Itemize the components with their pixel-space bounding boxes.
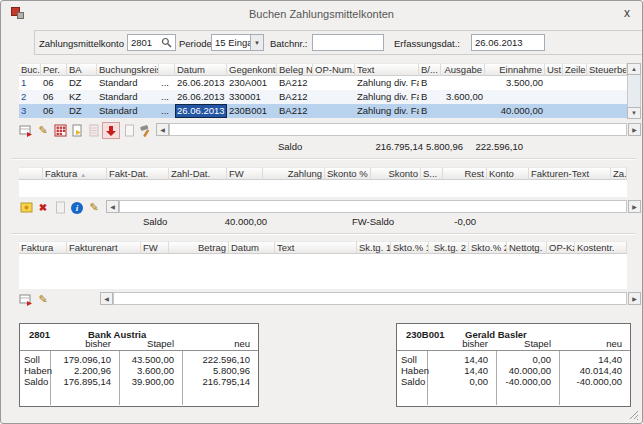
page-export-button[interactable] bbox=[68, 122, 86, 139]
attach-button[interactable] bbox=[17, 199, 35, 216]
column-header[interactable]: Betrag bbox=[169, 241, 229, 254]
column-header[interactable]: Ausgabe bbox=[441, 63, 485, 76]
column-header[interactable]: Fakturen-Text bbox=[529, 167, 611, 180]
column-header[interactable]: FW bbox=[227, 167, 263, 180]
column-header[interactable]: Ust bbox=[545, 63, 563, 76]
column-header[interactable]: Zeile bbox=[563, 63, 587, 76]
cell: BA212 bbox=[277, 104, 313, 118]
page-copy-button[interactable] bbox=[51, 199, 69, 216]
column-header[interactable]: Text bbox=[355, 63, 419, 76]
selected-date-cell[interactable]: 26.06.2013 bbox=[175, 104, 227, 118]
column-header[interactable]: OP-Kz. bbox=[547, 241, 575, 254]
column-header[interactable]: Datum bbox=[175, 63, 227, 76]
column-header[interactable]: Gegenkonto bbox=[227, 63, 277, 76]
hscroll-left-icon[interactable]: ◀ bbox=[156, 123, 169, 136]
hscroll-track[interactable] bbox=[119, 200, 627, 213]
column-header[interactable]: Skonto bbox=[371, 167, 421, 180]
edit-button[interactable]: ✎ bbox=[34, 122, 52, 139]
konto-field[interactable]: 2801 bbox=[127, 34, 176, 51]
column-header[interactable]: Text bbox=[275, 241, 357, 254]
post-button[interactable] bbox=[102, 122, 120, 139]
column-header[interactable]: Skonto % bbox=[325, 167, 371, 180]
column-header[interactable]: Steuerbetr bbox=[587, 63, 627, 76]
hscroll-right-icon[interactable]: ▶ bbox=[628, 200, 641, 213]
cell: Standard bbox=[97, 76, 159, 90]
page-copy-icon bbox=[54, 201, 67, 214]
column-header[interactable]: Faktura bbox=[19, 241, 67, 254]
column-header[interactable]: Fakturenart bbox=[67, 241, 141, 254]
hscroll-right-icon[interactable]: ▶ bbox=[628, 292, 641, 305]
column-header[interactable]: Buchungskreis bbox=[97, 63, 159, 76]
cell: 3.600,00 bbox=[441, 90, 485, 104]
column-header[interactable]: Konto bbox=[487, 167, 529, 180]
tools-button[interactable] bbox=[137, 122, 155, 139]
column-header[interactable]: BA bbox=[67, 63, 97, 76]
bookings-vscroll[interactable]: ▲ ▼ bbox=[627, 63, 641, 119]
column-header[interactable]: Kostentr. bbox=[575, 241, 627, 254]
column-header[interactable]: Beleg Nr. bbox=[277, 63, 313, 76]
row-insert-button[interactable] bbox=[17, 122, 35, 139]
delete-button[interactable]: ✖ bbox=[34, 199, 52, 216]
resize-grip[interactable] bbox=[627, 408, 639, 420]
close-button[interactable]: x bbox=[624, 6, 630, 20]
column-header[interactable]: B/... bbox=[419, 63, 441, 76]
account-col-headers: bisherStapelneu bbox=[397, 338, 630, 349]
cell bbox=[545, 104, 563, 118]
hscroll-right-icon[interactable]: ▶ bbox=[628, 123, 641, 136]
column-header[interactable]: Faktura▲ bbox=[43, 167, 107, 180]
konto-value: 2801 bbox=[131, 37, 161, 48]
column-header[interactable]: Skto.% 1 bbox=[391, 241, 429, 254]
booking-row-1[interactable]: 106DZStandard...26.06.2013230A001BA212Za… bbox=[19, 76, 627, 90]
column-header[interactable]: Buc... bbox=[19, 63, 41, 76]
booking-row-3-selected[interactable]: 306DZStandard...26.06.2013230B001BA212Za… bbox=[19, 104, 627, 118]
column-header[interactable]: FW bbox=[141, 241, 169, 254]
scroll-down-icon[interactable]: ▼ bbox=[627, 107, 641, 119]
cell bbox=[563, 76, 587, 90]
column-header[interactable]: Fakt-Dat. bbox=[107, 167, 169, 180]
erfassung-field[interactable]: 26.06.2013 bbox=[471, 34, 545, 51]
column-header[interactable]: Datum bbox=[229, 241, 275, 254]
column-header[interactable]: Skto.% 2 bbox=[469, 241, 507, 254]
blank-page-button[interactable] bbox=[120, 122, 138, 139]
cell bbox=[587, 104, 627, 118]
edit-button[interactable]: ✎ bbox=[34, 291, 52, 308]
column-header[interactable]: S... bbox=[421, 167, 443, 180]
scroll-up-icon[interactable]: ▲ bbox=[627, 63, 641, 75]
column-header[interactable]: Nettotg. bbox=[507, 241, 547, 254]
column-header[interactable]: Einnahme bbox=[485, 63, 545, 76]
hscroll-left-icon[interactable]: ◀ bbox=[106, 200, 119, 213]
page-copy-button[interactable] bbox=[85, 122, 103, 139]
cell bbox=[545, 90, 563, 104]
col-neu: neu bbox=[182, 338, 258, 349]
ausgabe-total: 5.800,96 bbox=[403, 141, 463, 152]
search-icon[interactable] bbox=[161, 37, 172, 48]
column-header[interactable]: Zahlung bbox=[263, 167, 325, 180]
column-header[interactable] bbox=[159, 63, 175, 76]
column-header[interactable]: Zahl-Dat. bbox=[169, 167, 227, 180]
hscroll-track[interactable] bbox=[113, 292, 627, 305]
hscroll-left-icon[interactable]: ◀ bbox=[100, 292, 113, 305]
cell bbox=[485, 90, 545, 104]
hscroll-track[interactable] bbox=[169, 123, 627, 136]
row-insert-button[interactable] bbox=[17, 291, 35, 308]
cell: Standard bbox=[97, 104, 159, 118]
column-header[interactable]: Rest bbox=[443, 167, 487, 180]
booking-row-2[interactable]: 206KZStandard...26.06.2013330001BA212Zah… bbox=[19, 90, 627, 104]
calculator-button[interactable] bbox=[51, 122, 69, 139]
info-button[interactable]: i bbox=[68, 199, 86, 216]
batch-field[interactable] bbox=[312, 34, 384, 51]
chevron-down-icon[interactable]: ▼ bbox=[250, 35, 263, 50]
account-col-headers: bisherStapelneu bbox=[20, 338, 258, 349]
periode-dropdown[interactable]: 15 Eingabe p ▼ bbox=[211, 34, 264, 51]
column-header[interactable] bbox=[19, 167, 43, 180]
payments-table: Faktura▲Fakt-Dat.Zahl-Dat.FWZahlungSkont… bbox=[19, 167, 627, 197]
column-header[interactable]: Sk.tg. 1 bbox=[357, 241, 391, 254]
column-header[interactable]: Za... bbox=[611, 167, 627, 180]
column-header[interactable]: Sk.tg. 2 bbox=[429, 241, 469, 254]
cell bbox=[441, 76, 485, 90]
blank-page-icon bbox=[123, 124, 136, 137]
column-header[interactable]: Per. bbox=[41, 63, 67, 76]
scroll-track[interactable] bbox=[627, 75, 641, 107]
edit-button[interactable]: ✎ bbox=[85, 199, 103, 216]
column-header[interactable]: OP-Num... bbox=[313, 63, 355, 76]
